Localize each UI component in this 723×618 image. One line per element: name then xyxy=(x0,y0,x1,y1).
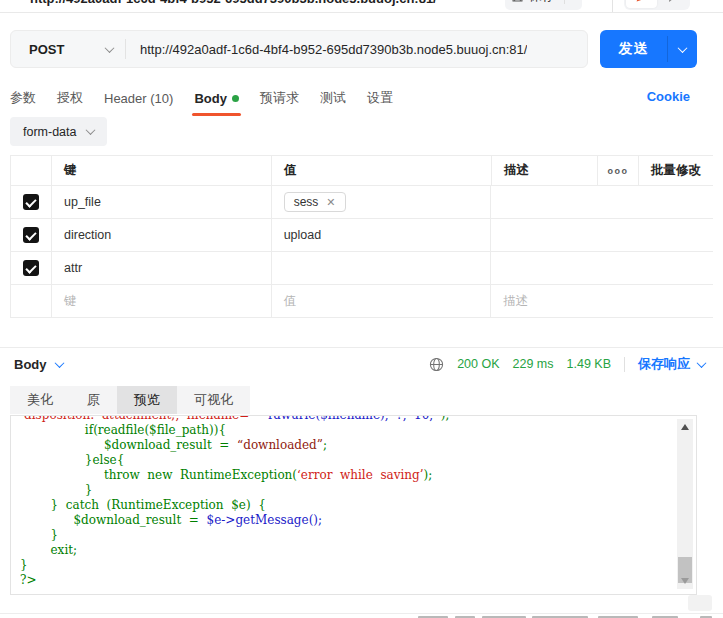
row-checkbox-cell xyxy=(11,252,52,284)
send-chevron-icon xyxy=(678,43,688,53)
response-body-select[interactable]: Body xyxy=(14,357,63,372)
response-preview-panel: -disposition: attachment;, filename="" r… xyxy=(10,415,697,595)
send-split-button: 发送 xyxy=(600,30,697,68)
row-value[interactable] xyxy=(272,252,492,284)
row-desc[interactable] xyxy=(491,186,713,218)
file-chip[interactable]: sess✕ xyxy=(284,192,346,212)
tab--[interactable]: 参数 xyxy=(10,89,36,109)
code-line: } xyxy=(20,483,696,498)
code-segment: } xyxy=(20,558,28,572)
scroll-up-arrow-icon[interactable] xyxy=(681,424,689,430)
code-segment: } catch (RuntimeException $e) { xyxy=(20,498,266,512)
new-desc-input[interactable]: 描述 xyxy=(491,285,713,317)
row-desc[interactable] xyxy=(491,219,713,251)
cookie-link[interactable]: Cookie xyxy=(647,89,690,104)
header-value: 值 xyxy=(272,156,492,185)
tab-label: Header (10) xyxy=(104,91,173,106)
code-segment: } xyxy=(20,528,58,542)
globe-icon[interactable] xyxy=(429,357,444,372)
method-chevron-icon xyxy=(105,43,115,53)
code-line: throw new RuntimeException(‘error while … xyxy=(20,468,696,483)
checkbox-checked[interactable] xyxy=(23,194,39,210)
file-chip-label: sess xyxy=(294,195,319,209)
code-segment: } xyxy=(20,483,92,497)
row-checkbox-cell xyxy=(11,219,52,251)
code-line: }else{ xyxy=(20,453,696,468)
top-toolbar: http://492a0adf-1c6d-4bf4-b952-695dd7390… xyxy=(0,0,723,13)
pen-icon xyxy=(635,0,648,3)
response-meta-divider xyxy=(624,357,625,372)
response-body-label: Body xyxy=(14,357,47,372)
code-segment: rawurle($filename), ?, 10, xyxy=(260,415,433,422)
body-type-select[interactable]: form-data xyxy=(10,117,107,146)
code-segment: ); xyxy=(433,415,449,422)
new-key-input[interactable]: 键 xyxy=(52,285,272,317)
row-key[interactable]: attr xyxy=(52,252,272,284)
send-options-button[interactable] xyxy=(668,30,697,68)
tab--[interactable]: 授权 xyxy=(57,89,83,109)
table-header-row: 键 值 描述 ooo 批量修改 xyxy=(11,156,713,186)
row-value[interactable]: upload xyxy=(272,219,492,251)
row-key[interactable]: direction xyxy=(52,219,272,251)
view-tab-可视化[interactable]: 可视化 xyxy=(177,386,250,414)
code-segment: ‘error while saving’ xyxy=(297,468,424,482)
remove-file-icon[interactable]: ✕ xyxy=(326,196,335,209)
code-segment: ; xyxy=(323,438,327,452)
tab-label: 设置 xyxy=(367,89,393,107)
row-desc[interactable] xyxy=(491,252,713,284)
header-desc: 描述 xyxy=(492,156,598,185)
row-checkbox-cell xyxy=(11,285,52,317)
code-segment: $download_result = xyxy=(20,438,237,452)
save-response-label: 保存响应 xyxy=(638,355,690,373)
row-key[interactable]: up_file xyxy=(52,186,272,218)
response-size: 1.49 KB xyxy=(567,357,611,371)
code-segment: if(readfile($file_path)){ xyxy=(20,423,226,437)
code-segment: ); xyxy=(424,468,433,482)
tab-header-10-[interactable]: Header (10) xyxy=(104,91,173,108)
scroll-corner-button[interactable] xyxy=(688,595,712,611)
code-line: if(readfile($file_path)){ xyxy=(20,423,696,438)
table-row: attr xyxy=(11,252,713,285)
request-url-bar: POST http://492a0adf-1c6d-4bf4-b952-695d… xyxy=(10,30,588,68)
save-response-chevron-icon xyxy=(697,358,707,368)
code-segment: “downloaded” xyxy=(237,438,323,452)
code-line: exit; xyxy=(20,543,696,558)
tab-body[interactable]: Body xyxy=(194,91,239,108)
view-tab-预览[interactable]: 预览 xyxy=(117,386,177,414)
new-value-input[interactable]: 值 xyxy=(272,285,492,317)
code-segment: }else{ xyxy=(20,453,124,467)
edit-mode-button[interactable] xyxy=(626,0,657,8)
save-button[interactable]: 保存 xyxy=(505,0,582,10)
tab--[interactable]: 预请求 xyxy=(260,89,299,109)
tab-label: 参数 xyxy=(10,89,36,107)
view-tab-美化[interactable]: 美化 xyxy=(10,386,70,414)
api-client-window: http://492a0adf-1c6d-4bf4-b952-695dd7390… xyxy=(0,0,723,618)
code-segment: ?> xyxy=(20,573,37,587)
code-segment: throw new RuntimeException( xyxy=(20,468,297,482)
checkbox-checked[interactable] xyxy=(23,227,39,243)
status-badge: 200 OK xyxy=(457,357,499,371)
code-segment: $download_result = xyxy=(20,513,207,527)
row-value[interactable]: sess✕ xyxy=(272,186,492,218)
batch-edit-button[interactable]: 批量修改 xyxy=(639,156,713,185)
tab-label: Body xyxy=(194,91,227,106)
url-input[interactable]: http://492a0adf-1c6d-4bf4-b952-695dd7390… xyxy=(126,42,527,57)
checkbox-checked[interactable] xyxy=(23,260,39,276)
tab--[interactable]: 测试 xyxy=(320,89,346,109)
code-line: } xyxy=(20,558,696,573)
view-tab-原[interactable]: 原 xyxy=(70,386,117,414)
comment-icon xyxy=(666,0,679,3)
code-scrollbar[interactable] xyxy=(677,419,693,589)
save-response-button[interactable]: 保存响应 xyxy=(638,355,705,373)
method-select[interactable]: POST xyxy=(11,42,125,57)
code-line: $download_result = “downloaded”; xyxy=(20,438,696,453)
header-checkbox-cell xyxy=(11,156,52,185)
table-row: up_filesess✕ xyxy=(11,186,713,219)
code-line: -disposition: attachment;, filename="" r… xyxy=(20,415,696,423)
comment-mode-button[interactable] xyxy=(657,0,688,8)
scroll-down-arrow-icon[interactable] xyxy=(681,578,689,584)
tab--[interactable]: 设置 xyxy=(367,89,393,109)
more-options-button[interactable]: ooo xyxy=(598,156,639,185)
code-line: } xyxy=(20,528,696,543)
send-button[interactable]: 发送 xyxy=(600,30,667,68)
